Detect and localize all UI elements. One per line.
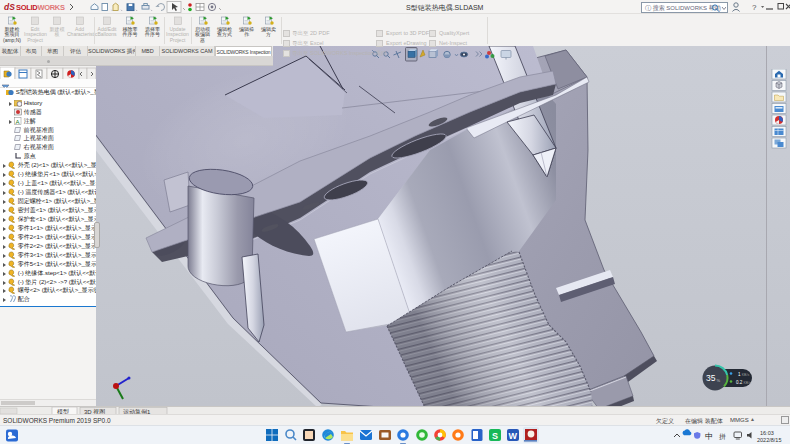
svg-text:dS: dS — [4, 2, 15, 12]
svg-text:%: % — [717, 378, 721, 383]
svg-text:1 KB/s: 1 KB/s — [738, 372, 749, 377]
svg-text:0.2 KB/s: 0.2 KB/s — [736, 380, 751, 385]
svg-text:16:03: 16:03 — [760, 430, 774, 436]
svg-text:S型铠装热电偶.SLDASM: S型铠装热电偶.SLDASM — [406, 4, 484, 12]
svg-text:中: 中 — [705, 432, 713, 441]
svg-text:S: S — [492, 431, 498, 441]
svg-text:2022/8/15: 2022/8/15 — [757, 437, 781, 443]
svg-text:拼: 拼 — [719, 433, 726, 440]
svg-text:W: W — [509, 431, 518, 441]
svg-text:35: 35 — [706, 373, 716, 383]
svg-text:A: A — [16, 118, 20, 124]
svg-text:?: ? — [752, 3, 757, 12]
svg-text:SOLIDWORKS: SOLIDWORKS — [16, 3, 65, 12]
